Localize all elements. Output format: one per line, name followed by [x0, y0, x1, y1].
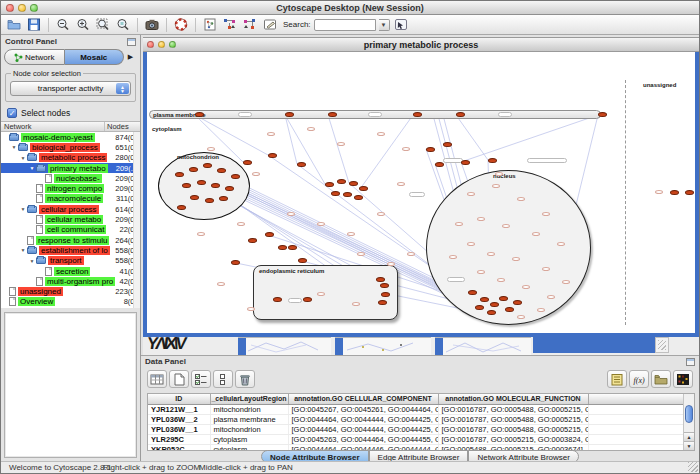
gene-node[interactable] — [195, 112, 204, 117]
function-builder-icon[interactable]: f(x) — [629, 370, 649, 388]
gene-node-label[interactable] — [387, 262, 395, 266]
annotation-icon[interactable] — [261, 17, 279, 33]
notes-icon[interactable] — [607, 370, 627, 388]
gene-node-label[interactable] — [409, 192, 425, 197]
gene-node[interactable] — [499, 296, 508, 301]
gene-node[interactable] — [487, 310, 496, 315]
gene-node-label[interactable] — [517, 315, 525, 319]
gene-node[interactable] — [265, 232, 274, 237]
table-row[interactable]: YPL036W__1mitochondrion[GO:0044464, GO:0… — [148, 424, 684, 434]
gene-node-label[interactable] — [512, 257, 520, 261]
select-nodes-checkbox[interactable]: ✓ — [7, 108, 17, 118]
gene-node-label[interactable] — [252, 172, 260, 176]
gene-node[interactable] — [426, 147, 435, 152]
gene-node[interactable] — [480, 297, 489, 302]
node-color-dropdown[interactable]: transporter activity ▲▼ — [10, 81, 131, 96]
gene-node[interactable] — [456, 112, 465, 117]
gene-node[interactable] — [219, 196, 228, 201]
gene-node[interactable] — [298, 258, 307, 263]
gene-node-label[interactable] — [477, 217, 485, 221]
gene-node-label[interactable] — [495, 172, 503, 176]
table-row[interactable]: YPL036W__2plasma membrane[GO:0044464, GO… — [148, 414, 684, 424]
tree-row[interactable]: response to stimulu264(0) — [1, 235, 140, 245]
snapshot-icon[interactable] — [143, 17, 161, 33]
zoom-fit-icon[interactable] — [94, 17, 112, 33]
gene-node[interactable] — [331, 191, 340, 196]
gene-node[interactable] — [505, 307, 514, 312]
tree-row[interactable]: Overview8(0) — [1, 297, 140, 307]
gene-node[interactable] — [380, 283, 389, 288]
tree-row[interactable]: mosaic-demo-yeast874(0) — [1, 132, 140, 142]
tab-network[interactable]: Network — [4, 49, 65, 65]
gene-node-label[interactable] — [443, 158, 463, 163]
gene-node[interactable] — [177, 205, 186, 210]
gene-node-label[interactable] — [377, 212, 385, 216]
tree-row[interactable]: nitrogen compo209(0) — [1, 183, 140, 193]
gene-node[interactable] — [598, 112, 607, 117]
gene-node-label[interactable] — [267, 132, 275, 136]
tree-row[interactable]: macromolecule311(0) — [1, 194, 140, 204]
gene-node-label[interactable] — [368, 112, 382, 117]
column-header[interactable] — [588, 394, 684, 404]
gene-node-label[interactable] — [407, 252, 415, 256]
gene-node[interactable] — [378, 300, 387, 305]
gene-node[interactable] — [248, 238, 257, 243]
gene-node-label[interactable] — [527, 158, 567, 163]
gene-node[interactable] — [288, 245, 297, 250]
gene-node-label[interactable] — [347, 232, 355, 236]
tab-mosaic[interactable]: Mosaic — [65, 49, 125, 65]
tree-row[interactable]: cellular metabo209(0) — [1, 214, 140, 224]
table-row[interactable]: YLR295Ccytoplasm[GO:0045263, GO:0044464,… — [148, 434, 684, 444]
gene-node[interactable] — [337, 179, 346, 184]
gene-node[interactable] — [268, 153, 277, 158]
scroll-up-icon[interactable]: ▲ — [684, 432, 694, 441]
gene-node-label[interactable] — [522, 285, 530, 289]
new-attribute-icon[interactable] — [169, 370, 189, 388]
float-panel-icon[interactable] — [127, 38, 136, 46]
gene-node-label[interactable] — [247, 307, 255, 311]
gene-node[interactable] — [413, 112, 422, 117]
network-window-titlebar[interactable]: primary metabolic process — [143, 37, 699, 52]
gene-node[interactable] — [285, 112, 294, 117]
tree-scrollbar[interactable] — [133, 132, 140, 308]
gene-node[interactable] — [435, 162, 444, 167]
gene-node-label[interactable] — [238, 112, 252, 117]
gene-node-label[interactable] — [562, 280, 570, 284]
float-panel-icon[interactable] — [686, 358, 695, 366]
gene-node[interactable] — [381, 292, 390, 297]
expander-icon[interactable]: ▼ — [19, 247, 27, 253]
search-options-icon[interactable] — [392, 17, 410, 33]
gene-node-label[interactable] — [532, 232, 540, 236]
gene-node-label[interactable] — [352, 302, 360, 306]
gene-node-label[interactable] — [357, 252, 365, 256]
layout-b-icon[interactable] — [241, 17, 259, 33]
column-header[interactable]: _cellularLayoutRegion — [210, 394, 288, 404]
gene-node[interactable] — [328, 112, 337, 117]
gene-node[interactable] — [182, 183, 191, 188]
network-doc-icon[interactable] — [201, 17, 219, 33]
tab-overflow-icon[interactable]: ▶ — [124, 49, 137, 65]
gene-node[interactable] — [376, 277, 385, 282]
tree-row[interactable]: unassigned223(0) — [1, 286, 140, 296]
zoom-in-icon[interactable] — [74, 17, 92, 33]
gene-node[interactable] — [475, 305, 484, 310]
gene-node[interactable] — [490, 302, 499, 307]
gene-node-label[interactable] — [557, 242, 565, 246]
gene-node[interactable] — [211, 183, 220, 188]
gene-node-label[interactable] — [497, 278, 505, 282]
gene-node-label[interactable] — [207, 147, 215, 151]
gene-node-label[interactable] — [317, 222, 325, 226]
gene-node-label[interactable] — [502, 224, 510, 228]
expander-icon[interactable]: ▼ — [19, 206, 27, 212]
gene-node-label[interactable] — [547, 295, 555, 299]
gene-node[interactable] — [231, 260, 240, 265]
gene-node-label[interactable] — [217, 282, 225, 286]
gene-node[interactable] — [197, 180, 206, 185]
gene-node[interactable] — [670, 190, 679, 195]
column-header[interactable]: ID — [148, 394, 210, 404]
gene-node[interactable] — [325, 182, 334, 187]
app-resize-grip[interactable] — [688, 462, 698, 472]
gene-node[interactable] — [278, 245, 287, 250]
tree-row[interactable]: ▼primary metabo209(... — [1, 163, 140, 173]
gene-node[interactable] — [243, 160, 252, 165]
